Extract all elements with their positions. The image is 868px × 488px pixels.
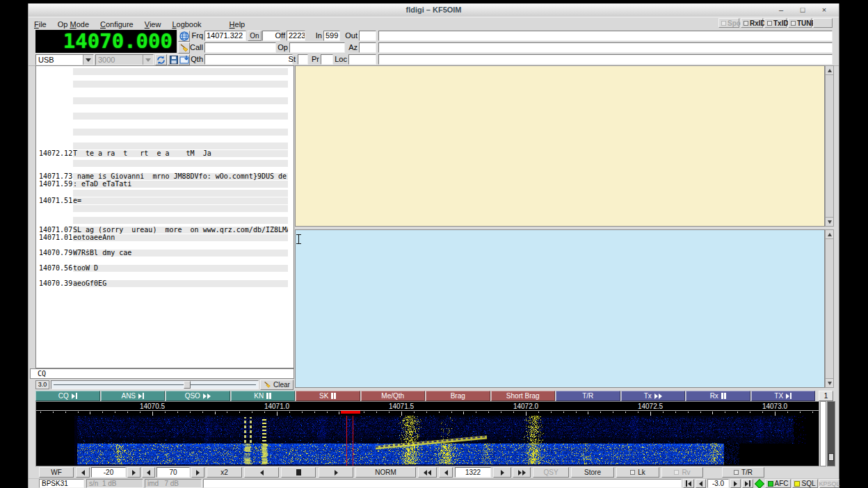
browser-row[interactable] [36, 129, 294, 136]
waterfall-area[interactable]: 14070.514071.014071.514072.014072.514073… [35, 401, 819, 466]
macro-button-sk[interactable]: SK [296, 391, 360, 401]
carrier-frequency-value[interactable]: 1322 [455, 467, 491, 478]
spot-toggle[interactable]: Spot [718, 18, 739, 28]
afc-offset-fast-left-button[interactable] [683, 479, 694, 488]
macro-button-tx[interactable]: Tx [621, 391, 686, 401]
browser-row[interactable]: 14072.12T te a ra t rt e a tM Ja [36, 150, 294, 157]
qth-field[interactable] [204, 54, 293, 65]
macro-button-ans[interactable]: ANS [101, 391, 166, 401]
txid-toggle[interactable]: TxID [764, 18, 787, 28]
slider-handle[interactable] [184, 381, 191, 389]
browser-row[interactable] [36, 97, 294, 104]
reverse-toggle[interactable]: Rv [661, 467, 703, 478]
clear-button[interactable]: Clear [260, 380, 294, 390]
scroll-up-icon[interactable] [826, 230, 833, 239]
sql-toggle[interactable]: SQL [792, 479, 818, 488]
macro-button-tx[interactable]: TX [751, 391, 816, 401]
xmt-level-slider[interactable] [51, 380, 259, 389]
carrier-fast-right[interactable] [513, 467, 531, 478]
qsy-button[interactable]: QSY [533, 467, 569, 478]
title-bar[interactable]: fldigi – KF5OIM – □ × [29, 3, 839, 17]
browser-row[interactable]: 14071.01eotoaeeAnn [36, 234, 294, 241]
slider-handle[interactable] [828, 453, 834, 461]
qrz-globe-icon[interactable] [178, 31, 190, 42]
waterfall-side-slider[interactable] [827, 401, 835, 466]
rx-scrollbar[interactable] [825, 65, 834, 227]
waterfall-display[interactable] [36, 416, 819, 466]
maximize-button[interactable]: □ [798, 5, 807, 15]
az-field[interactable] [359, 42, 376, 53]
sync-icon[interactable] [155, 54, 167, 65]
xmt-level-value[interactable]: 3.0 [35, 380, 49, 389]
browser-row[interactable] [36, 190, 294, 197]
wf-mode-button[interactable]: WF [39, 467, 74, 478]
macro-page-button[interactable]: 1 [819, 391, 833, 401]
afc-offset-right-button[interactable] [730, 479, 741, 488]
signal-range-down[interactable] [76, 467, 90, 478]
scroll-down-icon[interactable] [826, 217, 833, 226]
signal-range-up[interactable] [127, 467, 140, 478]
on-button[interactable]: On [248, 31, 262, 41]
offset-down[interactable] [142, 467, 155, 478]
chevron-down-icon[interactable] [143, 55, 153, 65]
tune-toggle[interactable]: TUNE [788, 18, 812, 28]
menu-op-mode[interactable]: Op Mode [52, 19, 95, 29]
rst-out-field[interactable] [359, 31, 376, 41]
notes-field-1[interactable] [378, 31, 833, 41]
loc-field[interactable] [348, 54, 376, 65]
macro-button-t-r[interactable]: T/R [556, 391, 620, 401]
speed-norm-button[interactable]: NORM [355, 467, 416, 478]
shift-left-button[interactable] [244, 467, 279, 478]
browser-row[interactable] [36, 217, 294, 224]
chevron-down-icon[interactable] [83, 55, 93, 65]
afc-offset-fast-right-button[interactable] [742, 479, 753, 488]
menu-help[interactable]: Help [224, 19, 251, 29]
signal-browser[interactable]: 14072.12T te a ra t rt e a tM Ja14071.73… [35, 65, 294, 368]
browser-row[interactable]: 14071.59: eTaD eTaTati [36, 181, 294, 188]
browser-row[interactable] [36, 205, 294, 212]
carrier-right[interactable] [493, 467, 511, 478]
browser-row[interactable]: 14070.56tooW D [36, 265, 294, 272]
seek-text-row[interactable]: CQ [30, 368, 294, 379]
mode-status[interactable]: BPSK31 [39, 479, 84, 488]
rxid-toggle[interactable]: RxID [741, 18, 763, 28]
browser-row[interactable] [36, 68, 294, 75]
macro-button-cq[interactable]: CQ [35, 391, 100, 401]
afc-toggle[interactable]: AFC [765, 479, 791, 488]
lock-toggle[interactable]: Lk [616, 467, 659, 478]
macro-button-me-qth[interactable]: Me/Qth [361, 391, 426, 401]
tx-text-panel[interactable] [295, 229, 825, 388]
bandwidth-select[interactable]: 3000 [95, 54, 154, 65]
txrx-toggle[interactable]: T/R [722, 467, 764, 478]
minimize-button[interactable]: – [776, 5, 786, 15]
macro-button-qso[interactable]: QSO [166, 391, 230, 401]
frequency-field[interactable]: 14071.322 [204, 31, 246, 41]
browser-row[interactable]: 14070.79W7RšBl dmy cae [36, 250, 294, 257]
rig-mode-select[interactable]: USB [35, 54, 94, 65]
offset-up[interactable] [191, 467, 204, 478]
browser-row[interactable] [36, 81, 294, 88]
notes-field-2[interactable] [378, 42, 833, 53]
browser-row[interactable]: 14070.39aeoGf0EG [36, 280, 294, 287]
tx-scrollbar[interactable] [825, 229, 834, 388]
macro-button-kn[interactable]: KN [231, 391, 296, 401]
macro-button-short-brag[interactable]: Short Brag [491, 391, 556, 401]
browser-row[interactable] [36, 160, 294, 167]
store-button[interactable]: Store [571, 467, 614, 478]
carrier-fast-left[interactable] [418, 467, 437, 478]
menu-view[interactable]: View [139, 19, 167, 29]
afc-offset-left-button[interactable] [696, 479, 706, 488]
afc-offset-value[interactable]: -3.0 [707, 479, 729, 488]
time-off-field[interactable]: 2223 [287, 31, 305, 41]
browser-row[interactable]: 14071.73 name is Giovanni mrno JM88DVfo:… [36, 173, 294, 180]
rx-text-panel[interactable] [295, 65, 825, 227]
menu-file[interactable]: File [29, 19, 52, 29]
menu-logbook[interactable]: Logbook [166, 19, 207, 29]
spare-button[interactable] [813, 18, 833, 28]
browser-row[interactable]: 14071.51e= [36, 197, 294, 204]
shift-right-button[interactable] [319, 467, 353, 478]
zoom-x2-button[interactable]: x2 [207, 467, 242, 478]
scroll-down-icon[interactable] [826, 378, 833, 387]
op-field[interactable] [289, 42, 345, 53]
macro-button-brag[interactable]: Brag [426, 391, 490, 401]
